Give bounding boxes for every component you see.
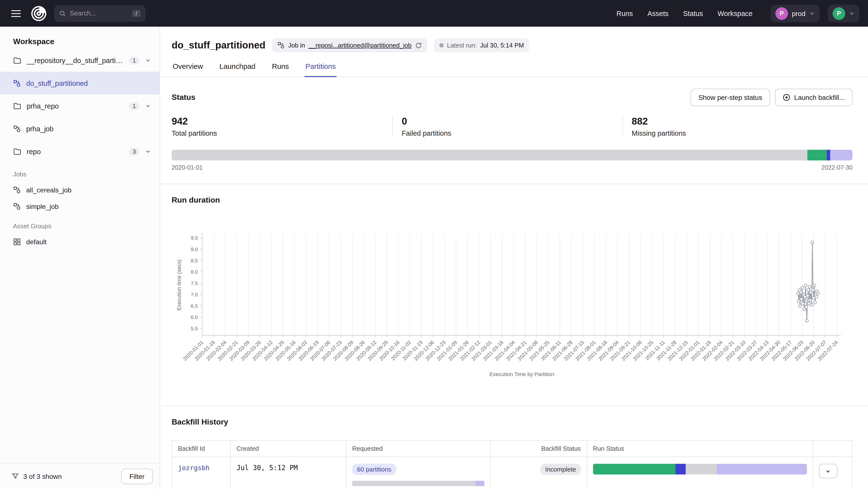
backfill-status-badge: Incomplete	[540, 464, 581, 475]
status-actions: Show per-step status Launch backfill...	[690, 89, 852, 106]
job-icon	[13, 125, 21, 133]
folder-icon	[13, 147, 21, 156]
asset-group-icon	[13, 238, 21, 246]
chevron-down-icon[interactable]	[146, 149, 151, 154]
deployment-avatar: P	[775, 7, 788, 20]
count-badge: 1	[129, 102, 139, 110]
search-input[interactable]	[70, 10, 128, 17]
svg-text:7.0: 7.0	[191, 292, 198, 297]
deployment-switcher[interactable]: P prod	[771, 5, 819, 22]
row-expand-button[interactable]	[819, 464, 837, 478]
partition-date-range: 2020-01-01 2022-07-30	[172, 164, 852, 171]
run-duration-section: Run duration 5.56.06.57.07.58.08.59.09.5…	[160, 184, 868, 384]
sidebar-item-label: simple_job	[26, 203, 151, 210]
job-badge-link[interactable]: __reposi...artitioned@partitioned_job	[308, 42, 411, 49]
sidebar-footer: 3 of 3 shown Filter	[0, 463, 159, 489]
filter-button[interactable]: Filter	[121, 468, 153, 484]
run-duration-chart[interactable]: 5.56.06.57.07.58.08.59.09.52020-01-01202…	[172, 228, 852, 384]
sidebar-item-simple-job[interactable]: simple_job	[0, 198, 159, 215]
sidebar-item-repo[interactable]: repo3	[0, 140, 159, 163]
deployment-label: prod	[792, 9, 805, 17]
show-per-step-status-button[interactable]: Show per-step status	[690, 89, 770, 106]
chevron-down-icon[interactable]	[146, 103, 151, 108]
run-duration-heading: Run duration	[172, 196, 852, 204]
stat-label: Missing partitions	[631, 129, 852, 137]
job-icon	[13, 79, 21, 87]
nav-link-assets[interactable]: Assets	[647, 9, 669, 17]
tab-runs[interactable]: Runs	[271, 62, 290, 76]
svg-text:8.5: 8.5	[191, 258, 198, 263]
page-title: do_stuff_partitioned	[172, 40, 266, 51]
launch-backfill-button[interactable]: Launch backfill...	[775, 89, 852, 106]
requested-partitions-badge[interactable]: 60 partitions	[352, 464, 396, 475]
sidebar-item-label: repo	[27, 148, 124, 155]
backfill-row: jozrgsbhJul 30, 5:12 PM60 partitions2020…	[172, 457, 852, 489]
latest-run-time-link[interactable]: Jul 30, 5:14 PM	[480, 42, 524, 49]
tab-overview[interactable]: Overview	[172, 62, 204, 76]
sidebar-item-do-stuff-partitioned[interactable]: do_stuff_partitioned	[0, 72, 159, 95]
nav-link-workspace[interactable]: Workspace	[717, 9, 752, 17]
chevron-down-icon[interactable]	[146, 58, 151, 63]
column-header-created: Created	[230, 440, 346, 457]
menu-button[interactable]	[9, 6, 23, 21]
svg-text:Execution time (secs): Execution time (secs)	[176, 260, 182, 311]
backfill-table: Backfill IdCreatedRequestedBackfill Stat…	[172, 440, 852, 489]
count-badge: 1	[129, 57, 139, 64]
svg-text:8.0: 8.0	[191, 269, 198, 274]
search-box[interactable]: /	[54, 5, 146, 22]
sidebar-title: Workspace	[0, 27, 159, 49]
launch-backfill-label: Launch backfill...	[794, 94, 845, 101]
status-heading: Status	[172, 93, 195, 102]
nav-link-status[interactable]: Status	[683, 9, 703, 17]
sidebar-item-repository-do-stuff-partitio[interactable]: __repository__do_stuff_partitio...1	[0, 49, 159, 72]
sidebar-item-label: prha_repo	[27, 102, 124, 110]
tab-partitions[interactable]: Partitions	[305, 62, 337, 76]
partition-status-bar[interactable]	[172, 150, 852, 160]
sidebar-list: __repository__do_stuff_partitio...1do_st…	[0, 49, 159, 250]
row-menu-cell	[813, 457, 852, 489]
folder-icon	[13, 56, 21, 64]
requested-progress-segment	[476, 481, 484, 486]
run-status-cell	[587, 457, 813, 489]
column-header-menu	[813, 440, 852, 457]
backfill-requested-cell: 60 partitions2020-01-012022-07-30	[346, 457, 490, 489]
nav-link-runs[interactable]: Runs	[616, 9, 633, 17]
job-location-badge: Job in __reposi...artitioned@partitioned…	[272, 38, 427, 52]
shown-count: 3 of 3 shown	[23, 472, 117, 480]
refresh-icon[interactable]	[415, 42, 422, 49]
user-avatar: P	[833, 7, 845, 20]
svg-text:9.5: 9.5	[191, 235, 198, 240]
run-status-bar[interactable]	[593, 464, 807, 475]
stat-value: 0	[402, 116, 623, 127]
sidebar-item-prha-job[interactable]: prha_job	[0, 117, 159, 140]
tab-launchpad[interactable]: Launchpad	[218, 62, 256, 76]
status-section: Status Show per-step status Launch backf…	[160, 77, 868, 171]
hamburger-icon	[11, 9, 21, 17]
partition-stats: 942Total partitions0Failed partitions882…	[172, 116, 852, 137]
run-status-dot	[439, 43, 443, 47]
backfill-id-link[interactable]: jozrgsbh	[178, 464, 210, 471]
workspace-sidebar: Workspace __repository__do_stuff_partiti…	[0, 27, 160, 489]
sidebar-item-label: prha_job	[26, 125, 151, 133]
sidebar-item-default[interactable]: default	[0, 234, 159, 250]
sidebar-section-jobs: Jobs	[0, 163, 159, 182]
sidebar-item-prha-repo[interactable]: prha_repo1	[0, 95, 159, 117]
sidebar-item-all-cereals-job[interactable]: all_cereals_job	[0, 182, 159, 198]
backfill-id-cell: jozrgsbh	[172, 457, 230, 489]
run-status-segment	[593, 464, 675, 475]
stat-missing-partitions: 882Missing partitions	[622, 116, 852, 137]
requested-progress-bar	[352, 481, 484, 486]
dagster-logo[interactable]	[30, 4, 48, 23]
svg-text:9.0: 9.0	[191, 247, 198, 252]
user-menu[interactable]: P	[828, 5, 859, 22]
latest-run-label: Latest run:	[447, 42, 477, 49]
partition-range-start: 2020-01-01	[172, 164, 203, 171]
partition-range-end: 2022-07-30	[822, 164, 852, 171]
partition-segment-in-progress	[827, 150, 830, 160]
job-icon	[13, 186, 21, 194]
column-header-requested: Requested	[346, 440, 490, 457]
main-content: do_stuff_partitioned Job in __reposi...a…	[160, 27, 868, 489]
backfill-created-cell: Jul 30, 5:12 PM	[230, 457, 346, 489]
run-status-segment	[675, 464, 685, 475]
run-status-segment	[717, 464, 807, 475]
